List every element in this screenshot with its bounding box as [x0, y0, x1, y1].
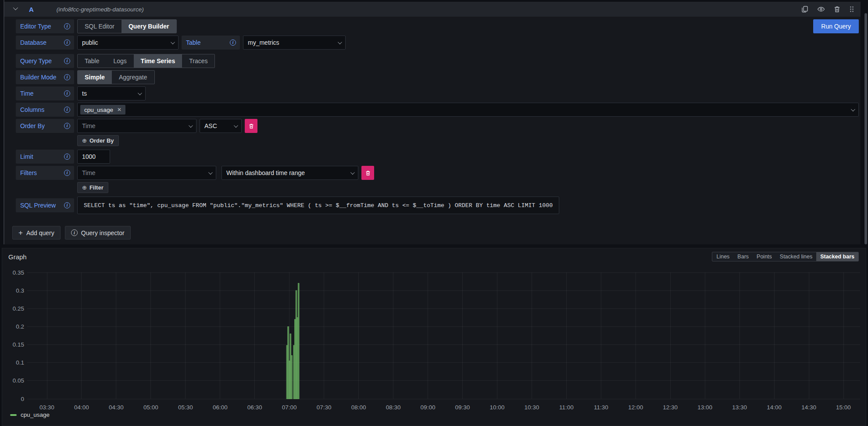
sql-preview-text: SELECT ts as "time", cpu_usage FROM "pub…: [84, 202, 553, 209]
x-axis-tick-label: 08:00: [351, 404, 366, 411]
y-axis-tick-label: 0.1: [16, 359, 24, 366]
cpu-usage-chart[interactable]: 00.050.10.150.20.250.30.3503:3004:0004:3…: [8, 266, 861, 415]
sql-preview-label: SQL Previewi: [16, 198, 74, 212]
info-icon[interactable]: i: [64, 170, 70, 176]
filter-condition-select[interactable]: Within dashboard time range: [221, 166, 358, 180]
panel-title: Graph: [8, 253, 27, 261]
query-type-label: Query Typei: [16, 54, 74, 68]
x-axis-tick-label: 10:00: [490, 404, 505, 411]
x-axis-tick-label: 07:30: [317, 404, 332, 411]
collapse-chevron-icon[interactable]: [13, 5, 18, 10]
legend-series-color-dash: [10, 414, 17, 416]
chevron-down-icon: [171, 40, 175, 44]
y-axis-tick-label: 0.25: [13, 305, 24, 312]
x-axis-tick-label: 10:30: [524, 404, 539, 411]
time-column-select[interactable]: ts: [77, 86, 146, 100]
order-by-label: Order Byi: [16, 119, 74, 133]
bar-cpu_usage-06:59[interactable]: [288, 326, 289, 399]
x-axis-tick-label: 03:30: [39, 404, 54, 411]
info-icon[interactable]: i: [64, 107, 70, 113]
info-icon[interactable]: i: [64, 58, 70, 64]
remove-tag-icon[interactable]: ✕: [117, 107, 121, 113]
info-icon[interactable]: i: [64, 74, 70, 80]
add-query-button[interactable]: + Add query: [12, 226, 61, 240]
remove-filter-button[interactable]: [361, 166, 374, 180]
order-by-direction-select[interactable]: ASC: [200, 119, 242, 133]
bar-cpu_usage-07:08[interactable]: [298, 283, 299, 399]
builder-mode-option-simple[interactable]: Simple: [78, 71, 112, 84]
plus-circle-icon: ⊕: [82, 137, 87, 144]
builder-mode-option-aggregate[interactable]: Aggregate: [112, 71, 154, 84]
add-order-by-button[interactable]: ⊕ Order By: [77, 135, 119, 146]
x-axis-tick-label: 06:00: [213, 404, 228, 411]
x-axis-tick-label: 11:30: [594, 404, 608, 411]
bar-cpu_usage-07:05[interactable]: [295, 319, 296, 399]
limit-input[interactable]: [77, 150, 110, 164]
database-select[interactable]: public: [77, 36, 179, 50]
query-type-option-logs[interactable]: Logs: [106, 54, 133, 68]
query-editor-section: A (info8fcc-greptimedb-datasource) Run Q…: [4, 2, 861, 244]
bar-cpu_usage-07:02[interactable]: [291, 355, 293, 399]
graph-panel: Graph LinesBarsPointsStacked linesStacke…: [2, 248, 866, 426]
editor-type-radio-group: SQL EditorQuery Builder: [77, 19, 177, 33]
toggle-visibility-eye-icon[interactable]: [817, 6, 825, 13]
x-axis-tick-label: 04:00: [74, 404, 89, 411]
chevron-down-icon: [338, 40, 342, 44]
bar-cpu_usage-06:58[interactable]: [286, 345, 288, 399]
add-filter-button[interactable]: ⊕ Filter: [77, 182, 108, 193]
display-mode-option-stacked-bars[interactable]: Stacked bars: [816, 252, 858, 261]
legend-series-label: cpu_usage: [21, 412, 50, 418]
bar-cpu_usage-07:04[interactable]: [293, 345, 295, 399]
bar-cpu_usage-07:01[interactable]: [290, 334, 291, 399]
query-type-option-traces[interactable]: Traces: [182, 54, 214, 68]
display-mode-option-points[interactable]: Points: [753, 252, 776, 261]
scrollbar-thumb[interactable]: [864, 13, 867, 244]
remove-order-by-button[interactable]: [245, 119, 257, 133]
query-inspector-button[interactable]: i Query inspector: [65, 226, 131, 240]
display-mode-option-bars[interactable]: Bars: [733, 252, 753, 261]
column-tag-cpu_usage[interactable]: cpu_usage✕: [80, 105, 125, 115]
info-icon[interactable]: i: [230, 39, 236, 46]
database-label: Databasei: [16, 36, 74, 50]
trash-icon: [365, 170, 371, 176]
info-icon[interactable]: i: [64, 202, 70, 208]
query-ref-id[interactable]: A: [29, 6, 34, 13]
drag-handle-icon[interactable]: [849, 6, 854, 13]
query-type-option-time-series[interactable]: Time Series: [134, 54, 182, 68]
column-tag-label: cpu_usage: [84, 107, 113, 113]
filter-field-select[interactable]: Time: [77, 166, 216, 180]
query-type-option-table[interactable]: Table: [78, 54, 106, 68]
display-mode-option-lines[interactable]: Lines: [712, 252, 733, 261]
limit-label: Limiti: [16, 150, 74, 164]
filters-label: Filtersi: [16, 166, 74, 180]
bar-cpu_usage-07:06[interactable]: [296, 290, 297, 399]
info-icon[interactable]: i: [64, 23, 70, 29]
duplicate-query-icon[interactable]: [801, 6, 808, 13]
bar-cpu_usage-07:00[interactable]: [289, 361, 290, 399]
columns-multiselect[interactable]: cpu_usage✕: [77, 103, 859, 117]
bar-cpu_usage-07:07[interactable]: [297, 318, 298, 399]
info-icon[interactable]: i: [64, 39, 70, 46]
chevron-down-icon: [851, 107, 855, 111]
editor-type-label: Editor Typei: [16, 19, 74, 33]
editor-type-option-sql-editor[interactable]: SQL Editor: [78, 20, 121, 33]
table-select[interactable]: my_metrics: [243, 36, 346, 50]
info-icon[interactable]: i: [64, 154, 70, 160]
y-axis-tick-label: 0.2: [16, 323, 24, 330]
delete-query-trash-icon[interactable]: [834, 6, 840, 13]
info-icon[interactable]: i: [64, 90, 70, 97]
chevron-down-icon: [350, 170, 355, 175]
x-axis-tick-label: 11:00: [559, 404, 574, 411]
x-axis-tick-label: 04:30: [109, 404, 124, 411]
x-axis-tick-label: 13:30: [732, 404, 747, 411]
info-circle-icon: i: [71, 229, 78, 236]
datasource-name: (info8fcc-greptimedb-datasource): [57, 6, 144, 13]
info-icon[interactable]: i: [64, 123, 70, 129]
x-axis-tick-label: 06:30: [247, 404, 262, 411]
legend-item-cpu-usage[interactable]: cpu_usage: [10, 412, 50, 418]
editor-type-option-query-builder[interactable]: Query Builder: [121, 20, 176, 33]
builder-mode-label: Builder Modei: [16, 70, 74, 84]
order-by-field-select[interactable]: Time: [77, 119, 196, 133]
x-axis-tick-label: 15:00: [836, 404, 851, 411]
display-mode-option-stacked-lines[interactable]: Stacked lines: [776, 252, 816, 261]
